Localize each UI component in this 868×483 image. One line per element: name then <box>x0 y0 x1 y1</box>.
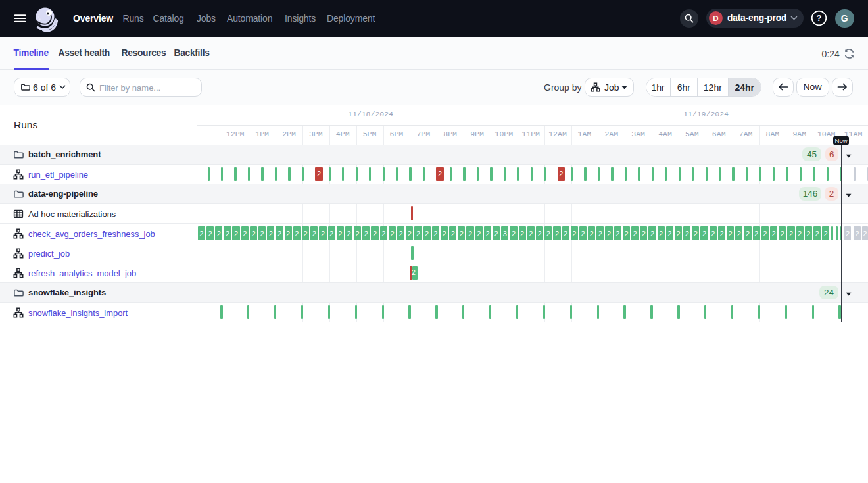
svg-text:?: ? <box>817 13 822 23</box>
